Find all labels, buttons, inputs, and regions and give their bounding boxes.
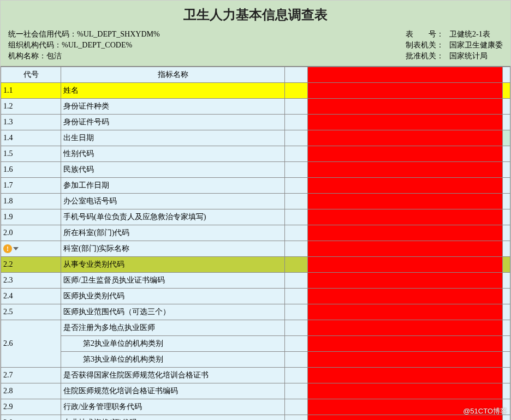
row-code-cell[interactable]: 2.7 — [1, 368, 61, 383]
row-gap-cell[interactable] — [285, 99, 308, 115]
row-tail-cell[interactable] — [503, 289, 510, 304]
row-code-cell[interactable]: 1.1 — [1, 83, 61, 99]
row-code-cell[interactable]: 3.0 — [1, 415, 61, 421]
row-code-cell[interactable]: 1.7 — [1, 178, 61, 194]
row-gap-cell[interactable] — [285, 304, 308, 320]
row-tail-cell[interactable] — [503, 146, 510, 162]
row-name-cell[interactable]: 从事专业类别代码 — [61, 257, 285, 273]
row-gap-cell[interactable] — [285, 257, 308, 273]
row-name-cell[interactable]: 办公室电话号码 — [61, 194, 285, 209]
row-code-cell[interactable]: 2.8 — [1, 383, 61, 399]
row-value-cell[interactable] — [308, 178, 503, 194]
row-value-cell[interactable] — [308, 99, 503, 115]
row-tail-cell[interactable] — [503, 320, 510, 336]
row-value-cell[interactable] — [308, 115, 503, 130]
row-value-cell[interactable] — [308, 146, 503, 162]
row-value-cell[interactable] — [308, 130, 503, 146]
row-code-cell[interactable]: 2.3 — [1, 273, 61, 289]
row-name-cell[interactable]: 出生日期 — [61, 130, 285, 146]
row-code-cell[interactable]: 1.4 — [1, 130, 61, 146]
row-gap-cell[interactable] — [285, 320, 308, 336]
row-gap-cell[interactable] — [285, 352, 308, 368]
row-code-cell[interactable]: 2.0 — [1, 225, 61, 241]
row-value-cell[interactable] — [308, 225, 503, 241]
row-tail-cell[interactable] — [503, 241, 510, 257]
row-gap-cell[interactable] — [285, 225, 308, 241]
row-code-cell[interactable]: 1.3 — [1, 115, 61, 130]
row-name-cell[interactable]: 第2执业单位的机构类别 — [61, 336, 285, 352]
row-name-cell[interactable]: 性别代码 — [61, 146, 285, 162]
row-gap-cell[interactable] — [285, 336, 308, 352]
row-code-cell[interactable]: 2.6 — [1, 320, 61, 368]
row-code-cell[interactable]: 1.5 — [1, 146, 61, 162]
row-tail-cell[interactable] — [503, 162, 510, 178]
row-name-cell[interactable]: 是否注册为多地点执业医师 — [61, 320, 285, 336]
row-code-cell[interactable]: 2.5 — [1, 304, 61, 320]
row-name-cell[interactable]: 科室(部门)实际名称 — [61, 241, 285, 257]
row-gap-cell[interactable] — [285, 368, 308, 383]
row-name-cell[interactable]: 是否获得国家住院医师规范化培训合格证书 — [61, 368, 285, 383]
row-tail-cell[interactable] — [503, 336, 510, 352]
row-value-cell[interactable] — [308, 320, 503, 336]
row-name-cell[interactable]: 医师执业范围代码（可选三个） — [61, 304, 285, 320]
row-code-cell[interactable]: 1.2 — [1, 99, 61, 115]
row-tail-cell[interactable] — [503, 257, 510, 273]
row-value-cell[interactable] — [308, 352, 503, 368]
row-value-cell[interactable] — [308, 257, 503, 273]
row-code-cell[interactable]: 2.4 — [1, 289, 61, 304]
row-name-cell[interactable]: 身份证件号码 — [61, 115, 285, 130]
row-value-cell[interactable] — [308, 289, 503, 304]
row-tail-cell[interactable] — [503, 352, 510, 368]
row-code-cell[interactable]: 2.2 — [1, 257, 61, 273]
row-name-cell[interactable]: 姓名 — [61, 83, 285, 99]
row-code-cell[interactable]: 1.6 — [1, 162, 61, 178]
row-value-cell[interactable] — [308, 194, 503, 209]
row-code-cell[interactable]: 2.9 — [1, 399, 61, 415]
row-name-cell[interactable]: 行政/业务管理职务代码 — [61, 399, 285, 415]
row-code-cell[interactable]: 1.9 — [1, 209, 61, 225]
row-tail-cell[interactable] — [503, 178, 510, 194]
row-tail-cell[interactable] — [503, 225, 510, 241]
row-value-cell[interactable] — [308, 162, 503, 178]
row-name-cell[interactable]: 民族代码 — [61, 162, 285, 178]
row-name-cell[interactable]: 专业技术资格(评)代码 — [61, 415, 285, 421]
row-tail-cell[interactable] — [503, 304, 510, 320]
row-gap-cell[interactable] — [285, 83, 308, 99]
row-name-cell[interactable]: 第3执业单位的机构类别 — [61, 352, 285, 368]
row-gap-cell[interactable] — [285, 162, 308, 178]
row-name-cell[interactable]: 医师执业类别代码 — [61, 289, 285, 304]
row-tail-cell[interactable] — [503, 83, 510, 99]
row-value-cell[interactable] — [308, 304, 503, 320]
row-value-cell[interactable] — [308, 336, 503, 352]
row-name-cell[interactable]: 所在科室(部门)代码 — [61, 225, 285, 241]
row-gap-cell[interactable] — [285, 383, 308, 399]
row-code-cell[interactable]: 1.8 — [1, 194, 61, 209]
row-gap-cell[interactable] — [285, 130, 308, 146]
row-gap-cell[interactable] — [285, 289, 308, 304]
row-code-cell[interactable]: ! — [1, 241, 61, 257]
row-value-cell[interactable] — [308, 273, 503, 289]
row-tail-cell[interactable] — [503, 115, 510, 130]
row-value-cell[interactable] — [308, 83, 503, 99]
row-tail-cell[interactable] — [503, 383, 510, 399]
row-value-cell[interactable] — [308, 383, 503, 399]
row-name-cell[interactable]: 医师/卫生监督员执业证书编码 — [61, 273, 285, 289]
row-gap-cell[interactable] — [285, 115, 308, 130]
row-gap-cell[interactable] — [285, 241, 308, 257]
row-gap-cell[interactable] — [285, 415, 308, 421]
row-gap-cell[interactable] — [285, 273, 308, 289]
row-value-cell[interactable] — [308, 368, 503, 383]
row-gap-cell[interactable] — [285, 399, 308, 415]
row-tail-cell[interactable] — [503, 273, 510, 289]
row-name-cell[interactable]: 身份证件种类 — [61, 99, 285, 115]
row-tail-cell[interactable] — [503, 130, 510, 146]
row-value-cell[interactable] — [308, 209, 503, 225]
row-name-cell[interactable]: 参加工作日期 — [61, 178, 285, 194]
row-gap-cell[interactable] — [285, 209, 308, 225]
row-name-cell[interactable]: 住院医师规范化培训合格证书编码 — [61, 383, 285, 399]
row-tail-cell[interactable] — [503, 99, 510, 115]
row-tail-cell[interactable] — [503, 194, 510, 209]
row-gap-cell[interactable] — [285, 178, 308, 194]
row-gap-cell[interactable] — [285, 194, 308, 209]
row-name-cell[interactable]: 手机号码(单位负责人及应急救治专家填写) — [61, 209, 285, 225]
